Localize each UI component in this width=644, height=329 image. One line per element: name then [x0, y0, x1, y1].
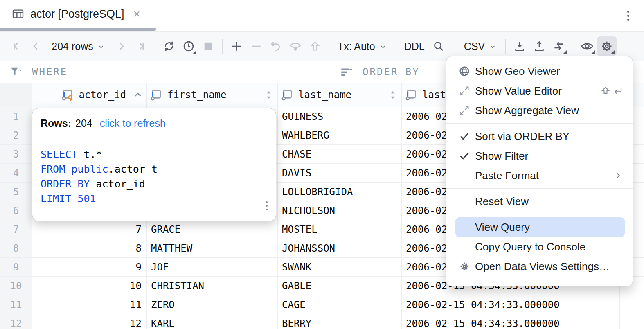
menu-item-show-filter[interactable]: Show Filter — [446, 146, 633, 166]
cell-last-name[interactable]: MOSTEL — [278, 220, 402, 239]
search-button[interactable] — [429, 36, 448, 56]
compare-data-button[interactable] — [549, 36, 569, 56]
row-number[interactable]: 9 — [0, 258, 32, 277]
where-filter-field[interactable]: WHERE — [9, 61, 68, 83]
cell-last-name[interactable]: GUINESS — [278, 107, 402, 126]
cell-last-name[interactable]: SWANK — [278, 258, 402, 277]
settings-gear-button[interactable] — [597, 36, 617, 56]
previous-page-button[interactable] — [26, 36, 46, 56]
cell-last-name[interactable]: CHASE — [278, 145, 402, 164]
cell-last-name[interactable]: CAGE — [278, 295, 402, 314]
transaction-mode-label: Tx: Auto — [338, 41, 375, 52]
import-data-button[interactable] — [510, 36, 529, 56]
row-number[interactable]: 6 — [0, 201, 32, 220]
popup-more-options-icon[interactable] — [266, 201, 268, 210]
submenu-arrow-icon — [613, 170, 624, 181]
column-label: first_name — [167, 89, 227, 101]
menu-item-reset-view[interactable]: Reset View — [446, 192, 633, 211]
cell-last-name[interactable]: DAVIS — [278, 164, 402, 183]
cell-last-update[interactable]: 2006-02-15 04:34:33.000000 — [402, 314, 620, 329]
sql-line: SELECT t.* — [41, 147, 266, 162]
row-number[interactable]: 10 — [0, 277, 32, 295]
cell-actor-id[interactable]: 10 — [32, 277, 147, 295]
expand-icon — [458, 104, 471, 117]
query-history-icon[interactable] — [179, 36, 198, 56]
sql-line: ORDER BY actor_id — [41, 177, 266, 192]
row-number[interactable]: 2 — [0, 126, 32, 145]
row-number[interactable]: 11 — [0, 295, 32, 314]
cell-last-name[interactable]: JOHANSSON — [278, 239, 402, 258]
ddl-label: DDL — [404, 41, 425, 52]
page-size-dropdown[interactable]: 204 rows — [46, 41, 111, 52]
first-page-button[interactable] — [7, 36, 26, 56]
menu-divider — [446, 214, 633, 214]
cell-actor-id[interactable]: 9 — [32, 258, 147, 277]
refresh-button[interactable] — [159, 36, 179, 56]
shift-icon — [600, 85, 611, 97]
cell-actor-id[interactable]: 12 — [32, 314, 147, 329]
export-format-dropdown[interactable]: CSV — [460, 41, 501, 52]
filter-divider — [333, 63, 333, 81]
row-number[interactable]: 8 — [0, 239, 32, 258]
column-label: actor_id — [79, 89, 126, 101]
more-options-icon[interactable] — [627, 11, 629, 21]
cell-last-name[interactable]: WAHLBERG — [278, 126, 402, 145]
stop-button — [198, 36, 218, 56]
close-icon[interactable]: × — [133, 8, 141, 20]
cell-last-update[interactable]: 2006-02-15 04:34:33.000000 — [402, 295, 620, 314]
export-data-button[interactable] — [529, 36, 549, 56]
menu-item-show-value-editor[interactable]: Show Value Editor — [446, 81, 633, 101]
menu-item-show-aggregate-view[interactable]: Show Aggregate View — [446, 101, 633, 120]
transaction-mode-dropdown[interactable]: Tx: Auto — [333, 41, 392, 52]
cell-first-name[interactable]: GRACE — [147, 220, 278, 239]
cell-actor-id[interactable]: 8 — [32, 239, 147, 258]
sort-lines-icon — [340, 65, 354, 79]
column-header-last-name[interactable]: last_name — [278, 83, 402, 107]
sort-ascending-icon — [133, 90, 143, 100]
table-row[interactable]: 1212KARLBERRY2006-02-15 04:34:33.000000 — [0, 314, 644, 329]
ddl-button[interactable]: DDL — [400, 41, 429, 52]
menu-item-paste-format[interactable]: Paste Format — [446, 166, 633, 185]
cell-first-name[interactable]: ZERO — [147, 295, 278, 314]
row-number[interactable]: 7 — [0, 220, 32, 239]
last-page-button[interactable] — [131, 36, 151, 56]
cell-first-name[interactable]: JOE — [147, 258, 278, 277]
table-row[interactable]: 1111ZEROCAGE2006-02-15 04:34:33.000000 — [0, 295, 644, 314]
row-number[interactable]: 5 — [0, 183, 32, 201]
menu-item-view-query[interactable]: View Query — [455, 217, 625, 237]
menu-item-show-geo-viewer[interactable]: Show Geo Viewer — [446, 61, 633, 81]
cell-empty[interactable] — [620, 295, 644, 314]
cell-empty[interactable] — [620, 314, 644, 329]
cell-first-name[interactable]: MATTHEW — [147, 239, 278, 258]
add-row-button[interactable] — [227, 36, 246, 56]
menu-item-sort-via-order-by[interactable]: Sort via ORDER BY — [446, 126, 633, 146]
cell-actor-id[interactable]: 11 — [32, 295, 147, 314]
view-options-button[interactable] — [577, 36, 597, 56]
gutter-header[interactable] — [0, 83, 32, 107]
cell-last-name[interactable]: LOLLOBRIGIDA — [278, 183, 402, 201]
export-format-label: CSV — [464, 41, 485, 52]
tab-actor[interactable]: actor [PostgreSQL] × — [0, 0, 140, 28]
cell-last-name[interactable]: NICHOLSON — [278, 201, 402, 220]
column-header-first-name[interactable]: first_name — [147, 83, 278, 107]
next-page-button[interactable] — [111, 36, 131, 56]
menu-item-open-data-views-settings[interactable]: Open Data Views Settings… — [446, 257, 633, 276]
preview-pending-changes-button — [286, 36, 305, 56]
row-number[interactable]: 3 — [0, 145, 32, 164]
row-number[interactable]: 4 — [0, 164, 32, 183]
menu-item-copy-query-to-console[interactable]: Copy Query to Console — [446, 237, 633, 257]
column-header-actor-id[interactable]: actor_id — [32, 83, 147, 107]
refresh-link[interactable]: click to refresh — [100, 117, 166, 129]
query-tooltip-popup: Rows: 204 click to refresh SELECT t.*FRO… — [32, 108, 276, 221]
sort-updown-icon — [388, 90, 397, 100]
cell-first-name[interactable]: CHRISTIAN — [147, 277, 278, 295]
cell-last-name[interactable]: BERRY — [278, 314, 402, 329]
row-number[interactable]: 1 — [0, 107, 32, 126]
cell-first-name[interactable]: KARL — [147, 314, 278, 329]
dropdown-corner — [592, 50, 595, 54]
cell-last-name[interactable]: GABLE — [278, 277, 402, 295]
row-number[interactable]: 12 — [0, 314, 32, 329]
order-by-field[interactable]: ORDER BY — [340, 61, 420, 83]
page-size-label: 204 rows — [52, 41, 93, 52]
cell-actor-id[interactable]: 7 — [32, 220, 147, 239]
